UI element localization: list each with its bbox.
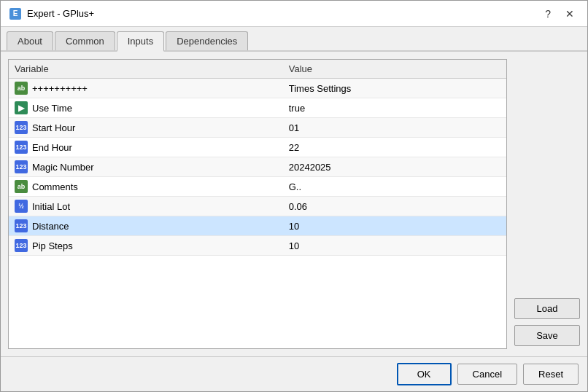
type-icon: 123 <box>15 121 28 134</box>
value-cell: 01 <box>283 118 506 138</box>
ok-button[interactable]: OK <box>397 363 452 385</box>
value-cell: 10 <box>283 216 506 236</box>
value-cell: Times Settings <box>283 79 506 98</box>
type-icon: ½ <box>15 200 28 213</box>
inputs-table: Variable Value ab ++++++++++ Times Setti… <box>8 59 507 349</box>
table-row[interactable]: 123 Start Hour 01 <box>9 118 506 138</box>
variable-name: ++++++++++ <box>32 83 88 94</box>
tab-inputs[interactable]: Inputs <box>117 31 164 52</box>
content-area: Variable Value ab ++++++++++ Times Setti… <box>1 52 587 356</box>
title-bar-controls: ? ✕ <box>541 7 579 21</box>
table-row[interactable]: ▶ Use Time true <box>9 98 506 118</box>
value-cell: true <box>283 98 506 118</box>
table-row[interactable]: ab ++++++++++ Times Settings <box>9 79 506 98</box>
table-row[interactable]: ½ Initial Lot 0.06 <box>9 197 506 216</box>
close-button[interactable]: ✕ <box>561 7 579 21</box>
dialog-window: E Expert - GPlus+ ? ✕ About Common Input… <box>0 0 588 392</box>
variable-name: Use Time <box>32 103 72 114</box>
type-icon: ab <box>15 82 28 95</box>
variable-cell: ▶ Use Time <box>15 101 277 114</box>
table-row[interactable]: 123 End Hour 22 <box>9 138 506 157</box>
value-cell: 20242025 <box>283 157 506 177</box>
load-button[interactable]: Load <box>514 298 580 319</box>
title-bar: E Expert - GPlus+ ? ✕ <box>1 1 587 27</box>
dialog-title: Expert - GPlus+ <box>27 8 94 19</box>
value-cell: G.. <box>283 177 506 197</box>
type-icon: 123 <box>15 160 28 173</box>
value-cell: 10 <box>283 236 506 256</box>
table-row[interactable]: 123 Magic Number 20242025 <box>9 157 506 177</box>
col-variable: Variable <box>9 60 283 79</box>
variable-cell: 123 Pip Steps <box>15 239 277 252</box>
variable-name: Start Hour <box>32 122 75 133</box>
col-value: Value <box>283 60 506 79</box>
tab-about[interactable]: About <box>7 31 53 50</box>
variable-cell: 123 Magic Number <box>15 160 277 173</box>
variable-cell: 123 End Hour <box>15 141 277 154</box>
variable-cell: ½ Initial Lot <box>15 200 277 213</box>
table-row[interactable]: ab Comments G.. <box>9 177 506 197</box>
variable-name: Distance <box>32 221 69 232</box>
variable-cell: 123 Start Hour <box>15 121 277 134</box>
variable-cell: 123 Distance <box>15 219 277 232</box>
save-button[interactable]: Save <box>514 325 580 346</box>
variable-name: End Hour <box>32 142 72 153</box>
table-row[interactable]: 123 Pip Steps 10 <box>9 236 506 256</box>
help-button[interactable]: ? <box>541 7 555 21</box>
cancel-button[interactable]: Cancel <box>457 364 517 385</box>
variable-name: Initial Lot <box>32 201 70 212</box>
type-icon: 123 <box>15 239 28 252</box>
app-icon: E <box>9 8 21 20</box>
variable-cell: ab ++++++++++ <box>15 82 277 95</box>
tab-common[interactable]: Common <box>55 31 115 50</box>
value-cell: 0.06 <box>283 197 506 216</box>
reset-button[interactable]: Reset <box>523 364 579 385</box>
type-icon: 123 <box>15 141 28 154</box>
variable-name: Magic Number <box>32 162 94 173</box>
type-icon: ab <box>15 180 28 193</box>
type-icon: 123 <box>15 219 28 232</box>
table-row[interactable]: 123 Distance 10 <box>9 216 506 236</box>
right-panel: Load Save <box>514 59 580 349</box>
value-cell: 22 <box>283 138 506 157</box>
bottom-bar: OK Cancel Reset <box>1 356 587 391</box>
variable-name: Pip Steps <box>32 240 73 251</box>
variable-cell: ab Comments <box>15 180 277 193</box>
title-bar-left: E Expert - GPlus+ <box>9 8 94 20</box>
tab-dependencies[interactable]: Dependencies <box>166 31 248 50</box>
tab-bar: About Common Inputs Dependencies <box>1 27 587 52</box>
type-icon: ▶ <box>15 101 28 114</box>
variable-name: Comments <box>32 181 78 192</box>
